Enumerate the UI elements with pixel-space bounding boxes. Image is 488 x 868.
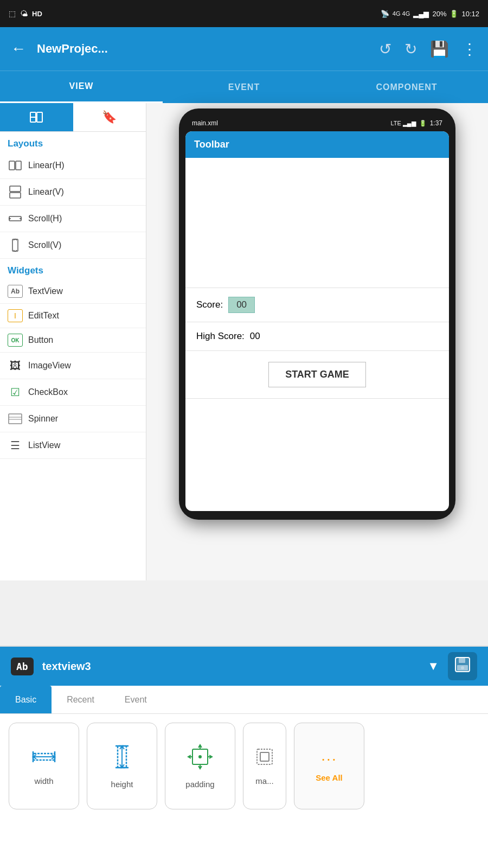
padding-label: padding xyxy=(185,780,214,789)
phone-time: 1:37 xyxy=(430,119,442,127)
imageview-label: ImageView xyxy=(28,361,71,371)
phone-file-name: main.xml xyxy=(192,119,218,127)
widget-checkbox[interactable]: ☑ CheckBox xyxy=(0,379,146,406)
dropdown-arrow-icon[interactable]: ▼ xyxy=(427,659,439,673)
prop-card-padding[interactable]: padding xyxy=(165,723,235,809)
height-label: height xyxy=(111,780,133,789)
edittext-icon: I xyxy=(8,309,23,322)
svg-rect-3 xyxy=(9,161,15,170)
bottom-view-icon: Ab xyxy=(11,658,34,675)
phone-screen: Toolbar Score: 00 High Score: 00 xyxy=(185,131,449,511)
margin-label: ma... xyxy=(255,776,273,786)
prop-card-see-all[interactable]: ··· See All xyxy=(294,723,364,809)
layout-linear-h[interactable]: Linear(H) xyxy=(0,152,146,179)
imageview-icon: 🖼 xyxy=(8,358,23,373)
linear-h-icon xyxy=(8,158,23,173)
scroll-v-icon xyxy=(8,238,23,253)
widget-button[interactable]: OK Button xyxy=(0,328,146,353)
widget-listview[interactable]: ☰ ListView xyxy=(0,432,146,459)
undo-button[interactable]: ↺ xyxy=(379,40,391,58)
redo-button[interactable]: ↻ xyxy=(404,40,417,58)
hd-icon: HD xyxy=(32,10,42,18)
widget-textview[interactable]: Ab TextView xyxy=(0,279,146,304)
svg-rect-33 xyxy=(260,752,269,761)
status-icons: ⬚ 🌤 HD xyxy=(9,9,42,18)
panel-tab-layouts[interactable] xyxy=(0,103,73,131)
prop-card-height[interactable]: height xyxy=(87,723,157,809)
phone-toolbar-bar: Toolbar xyxy=(185,131,449,158)
save-button[interactable]: 💾 xyxy=(430,40,449,58)
layout-scroll-v[interactable]: Scroll(V) xyxy=(0,232,146,259)
layout-scroll-h[interactable]: Scroll(H) xyxy=(0,206,146,232)
widgets-section-title: Widgets xyxy=(0,259,146,279)
empty-area xyxy=(185,158,449,288)
score-row: Score: 00 xyxy=(185,288,449,322)
high-score-value: 00 xyxy=(250,331,260,342)
listview-label: ListView xyxy=(28,441,60,450)
svg-rect-4 xyxy=(16,161,21,170)
svg-point-17 xyxy=(461,666,464,669)
layouts-icon xyxy=(29,110,43,124)
panel-tab-bookmarks[interactable]: 🔖 xyxy=(73,103,146,131)
bottom-properties: width height xyxy=(0,714,488,818)
svg-rect-15 xyxy=(459,658,465,663)
project-title: NewProjec... xyxy=(37,42,368,56)
main-tab-bar: VIEW EVENT COMPONENT xyxy=(0,71,488,103)
checkbox-icon: ☑ xyxy=(8,385,23,400)
textview-icon: Ab xyxy=(8,285,23,298)
svg-rect-32 xyxy=(257,749,272,764)
toolbar-actions: ↺ ↻ 💾 ⋮ xyxy=(379,40,477,58)
save-disk-icon xyxy=(454,656,471,673)
score-label: Score: xyxy=(196,299,223,310)
bottom-header: Ab textview3 ▼ xyxy=(0,647,488,686)
cast-icon: 📡 xyxy=(381,10,389,18)
screen-cast-icon: ⬚ xyxy=(9,9,16,18)
battery-percent: 20% xyxy=(432,10,446,18)
padding-icon xyxy=(187,744,213,774)
widget-imageview[interactable]: 🖼 ImageView xyxy=(0,353,146,379)
bottom-tab-event[interactable]: Event xyxy=(110,686,162,713)
listview-icon: ☰ xyxy=(8,438,23,453)
prop-card-width[interactable]: width xyxy=(9,723,79,809)
tab-component[interactable]: COMPONENT xyxy=(325,71,488,103)
tab-view[interactable]: VIEW xyxy=(0,71,163,103)
layout-linear-v[interactable]: Linear(V) xyxy=(0,179,146,206)
phone-battery-icon: 🔋 xyxy=(419,120,427,127)
score-value: 00 xyxy=(228,297,255,313)
margin-icon xyxy=(255,747,274,771)
edittext-label: EditText xyxy=(28,311,59,321)
scroll-v-label: Scroll(V) xyxy=(28,240,61,250)
spinner-icon xyxy=(8,411,23,426)
network-icon: 4G 4G xyxy=(393,10,410,17)
phone-body: Score: 00 High Score: 00 START GAME xyxy=(185,158,449,399)
widget-edittext[interactable]: I EditText xyxy=(0,304,146,328)
svg-rect-1 xyxy=(37,112,42,122)
status-bar: ⬚ 🌤 HD 📡 4G 4G ▂▄▆ 20% 🔋 10:12 xyxy=(0,0,488,27)
scroll-h-label: Scroll(H) xyxy=(28,214,62,224)
svg-rect-6 xyxy=(10,193,21,198)
textview-label: TextView xyxy=(28,286,63,296)
status-info: 📡 4G 4G ▂▄▆ 20% 🔋 10:12 xyxy=(381,10,479,18)
button-label: Button xyxy=(28,335,53,345)
left-panel: 🔖 Layouts Linear(H) Linear(V) Scroll(H) xyxy=(0,103,146,580)
high-score-row: High Score: 00 xyxy=(185,322,449,351)
back-button[interactable]: ← xyxy=(11,40,26,58)
bottom-tab-recent[interactable]: Recent xyxy=(52,686,110,713)
bottom-save-button[interactable] xyxy=(448,652,477,680)
prop-card-margin[interactable]: ma... xyxy=(243,723,286,809)
start-game-button[interactable]: START GAME xyxy=(268,362,366,387)
linear-h-label: Linear(H) xyxy=(28,161,65,170)
widget-spinner[interactable]: Spinner xyxy=(0,406,146,432)
layouts-section-title: Layouts xyxy=(0,132,146,152)
phone-frame: main.xml LTE ▂▄▆ 🔋 1:37 Toolbar xyxy=(179,108,455,520)
phone-status-bar: main.xml LTE ▂▄▆ 🔋 1:37 xyxy=(185,117,449,129)
bottom-tab-basic[interactable]: Basic xyxy=(0,686,52,713)
checkbox-label: CheckBox xyxy=(28,387,68,397)
button-icon: OK xyxy=(8,334,23,347)
height-icon xyxy=(112,744,132,774)
bookmark-icon: 🔖 xyxy=(102,110,117,124)
scroll-h-icon xyxy=(8,211,23,226)
more-button[interactable]: ⋮ xyxy=(462,40,477,58)
tab-event[interactable]: EVENT xyxy=(163,71,325,103)
bottom-panel: Ab textview3 ▼ Basic Recent Event xyxy=(0,646,488,868)
